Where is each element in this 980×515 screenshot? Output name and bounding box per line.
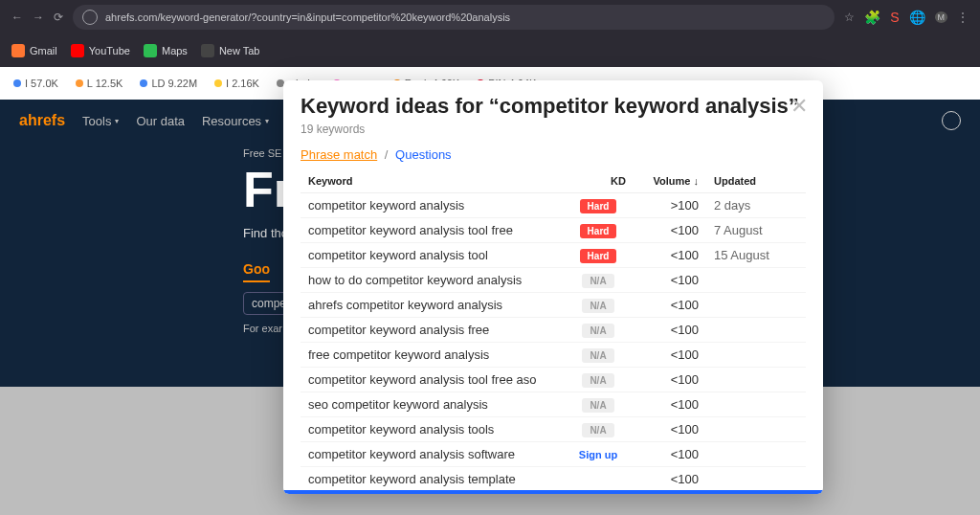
- metric-i[interactable]: I 2.16K: [214, 78, 259, 89]
- cell-keyword: competitor keyword analysis tool: [301, 243, 563, 268]
- cell-keyword: competitor keyword analysis tool free as…: [301, 368, 563, 392]
- tab-questions[interactable]: Questions: [395, 147, 452, 162]
- col-updated[interactable]: Updated: [706, 169, 806, 193]
- cell-kd: N/A: [563, 417, 634, 442]
- language-icon[interactable]: [942, 111, 961, 130]
- modal-title: Keyword ideas for “competitor keyword an…: [301, 94, 806, 119]
- nav-resources[interactable]: Resources▾: [202, 114, 269, 128]
- kd-badge-hard: Hard: [580, 224, 617, 238]
- table-row[interactable]: ahrefs competitor keyword analysisN/A<10…: [301, 293, 806, 318]
- address-bar[interactable]: ahrefs.com/keyword-generator/?country=in…: [73, 5, 835, 30]
- cell-updated: [706, 392, 806, 417]
- tab-phrase-match[interactable]: Phrase match: [301, 147, 377, 162]
- cell-keyword: seo competitor keyword analysis: [301, 392, 563, 417]
- cell-keyword: ahrefs competitor keyword analysis: [301, 293, 563, 318]
- cell-updated: [706, 442, 806, 467]
- table-row[interactable]: competitor keyword analysis tool free as…: [301, 368, 806, 392]
- cell-keyword: competitor keyword analysis software: [301, 442, 563, 467]
- cell-updated: [706, 467, 806, 492]
- cell-keyword: competitor keyword analysis free: [301, 318, 563, 343]
- bookmark-gmail[interactable]: Gmail: [11, 44, 57, 57]
- extension-icon[interactable]: 🧩: [864, 10, 880, 25]
- cell-volume: <100: [634, 467, 706, 492]
- extension-icon-2[interactable]: S: [890, 10, 899, 25]
- modal-subtitle: 19 keywords: [301, 123, 806, 136]
- ahrefs-logo[interactable]: ahrefs: [19, 112, 65, 129]
- menu-icon[interactable]: ⋮: [957, 11, 969, 24]
- nav-ourdata[interactable]: Our data: [136, 114, 185, 128]
- cell-kd: N/A: [563, 318, 634, 343]
- cell-keyword: free competitor keyword analysis: [301, 343, 563, 368]
- table-row[interactable]: seo competitor keyword analysisN/A<100: [301, 392, 806, 417]
- col-keyword[interactable]: Keyword: [301, 169, 563, 193]
- col-volume[interactable]: Volume ↓: [634, 169, 706, 193]
- cell-kd: Hard: [563, 193, 634, 218]
- cell-updated: 15 August: [706, 243, 806, 268]
- table-row[interactable]: free competitor keyword analysisN/A<100: [301, 343, 806, 368]
- back-button[interactable]: ←: [11, 11, 23, 24]
- extension-icon-3[interactable]: 🌐: [909, 10, 925, 25]
- cell-kd: N/A: [563, 343, 634, 368]
- cell-volume: >100: [634, 193, 706, 218]
- cell-updated: [706, 368, 806, 392]
- cell-volume: <100: [634, 318, 706, 343]
- browser-chrome: ← → ⟳ ahrefs.com/keyword-generator/?coun…: [0, 0, 980, 67]
- cell-keyword: competitor keyword analysis: [301, 193, 563, 218]
- cell-kd: Sign up: [563, 442, 634, 467]
- kd-badge-na: N/A: [582, 348, 613, 363]
- cell-volume: <100: [634, 368, 706, 392]
- cell-updated: [706, 293, 806, 318]
- table-row[interactable]: competitor keyword analysis tool freeHar…: [301, 218, 806, 243]
- cell-updated: 2 days: [706, 193, 806, 218]
- cell-volume: <100: [634, 293, 706, 318]
- forward-button[interactable]: →: [33, 11, 44, 24]
- cell-kd: Hard: [563, 218, 634, 243]
- cell-updated: [706, 268, 806, 293]
- table-row[interactable]: competitor keyword analysisHard>1002 day…: [301, 193, 806, 218]
- metric-ld[interactable]: LD 9.22M: [140, 78, 197, 89]
- cell-kd: Hard: [563, 243, 634, 268]
- bookmark-maps[interactable]: Maps: [144, 44, 188, 57]
- table-row[interactable]: competitor keyword analysis toolHard<100…: [301, 243, 806, 268]
- keyword-ideas-modal: ✕ Keyword ideas for “competitor keyword …: [283, 80, 823, 494]
- cell-volume: <100: [634, 417, 706, 442]
- cell-kd: N/A: [563, 368, 634, 392]
- modal-bottom-border: [283, 490, 823, 494]
- cell-keyword: how to do competitor keyword analysis: [301, 268, 563, 293]
- reload-button[interactable]: ⟳: [54, 11, 63, 24]
- cell-keyword: competitor keyword analysis template: [301, 467, 563, 492]
- kd-badge-hard: Hard: [580, 249, 617, 263]
- bookmark-youtube[interactable]: YouTube: [71, 44, 130, 57]
- kd-badge-na: N/A: [582, 423, 613, 437]
- cell-keyword: competitor keyword analysis tool free: [301, 218, 563, 243]
- table-row[interactable]: competitor keyword analysis freeN/A<100: [301, 318, 806, 343]
- cell-volume: <100: [634, 442, 706, 467]
- kd-badge-na: N/A: [582, 398, 613, 413]
- table-row[interactable]: competitor keyword analysis toolsN/A<100: [301, 417, 806, 442]
- metric-google[interactable]: I 57.0K: [13, 78, 58, 89]
- table-row[interactable]: how to do competitor keyword analysisN/A…: [301, 268, 806, 293]
- kd-badge-na: N/A: [582, 373, 613, 388]
- star-icon[interactable]: ☆: [844, 11, 855, 24]
- site-info-icon: [82, 10, 98, 25]
- cell-updated: [706, 417, 806, 442]
- kd-badge-na: N/A: [582, 274, 613, 288]
- profile-avatar[interactable]: M: [935, 11, 948, 23]
- cell-updated: [706, 318, 806, 343]
- keywords-table: Keyword KD Volume ↓ Updated competitor k…: [301, 169, 806, 492]
- cell-kd: N/A: [563, 268, 634, 293]
- signup-link[interactable]: Sign up: [579, 449, 617, 460]
- table-row[interactable]: competitor keyword analysis softwareSign…: [301, 442, 806, 467]
- nav-tools[interactable]: Tools▾: [82, 114, 119, 128]
- col-kd[interactable]: KD: [563, 169, 634, 193]
- url-text: ahrefs.com/keyword-generator/?country=in…: [105, 11, 510, 23]
- cell-keyword: competitor keyword analysis tools: [301, 417, 563, 442]
- close-icon[interactable]: ✕: [791, 94, 808, 119]
- bookmark-newtab[interactable]: New Tab: [201, 44, 260, 57]
- tab-google[interactable]: Goo: [243, 261, 270, 282]
- cell-kd: N/A: [563, 392, 634, 417]
- cell-volume: <100: [634, 218, 706, 243]
- metric-l[interactable]: L 12.5K: [76, 78, 123, 89]
- table-row[interactable]: competitor keyword analysis template<100: [301, 467, 806, 492]
- bookmarks-bar: Gmail YouTube Maps New Tab: [0, 34, 980, 67]
